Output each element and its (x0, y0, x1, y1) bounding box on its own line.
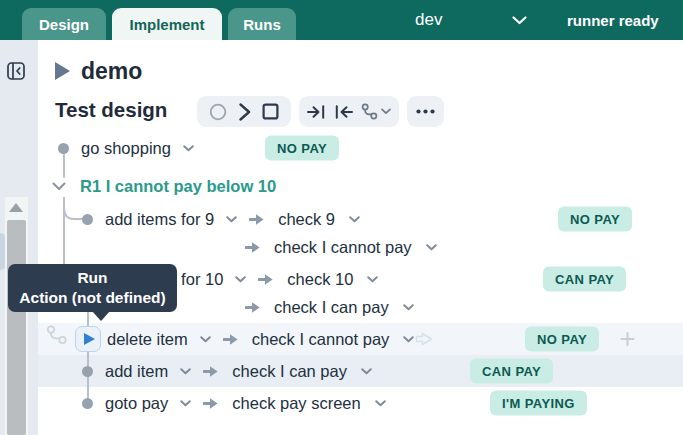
chevron-down-icon[interactable] (200, 336, 211, 343)
arrow-right-icon (223, 333, 239, 346)
tree-row-add-items-9[interactable]: add items for 9 check 9 NO PAY (38, 205, 683, 233)
check-label[interactable]: check 9 (278, 210, 335, 229)
run-to-end-icon[interactable] (307, 104, 326, 120)
step-bullet (58, 143, 69, 154)
test-header: demo (55, 56, 142, 86)
arrow-right-icon (245, 301, 261, 314)
chevron-down-icon[interactable] (183, 145, 194, 152)
tree-row-rule-group[interactable]: R1 I cannot pay below 10 (38, 172, 683, 200)
chevron-down-icon[interactable] (403, 304, 414, 311)
run-to-start-icon[interactable] (334, 104, 353, 120)
run-step-button[interactable] (75, 326, 101, 352)
step-bullet (82, 398, 93, 409)
chevron-down-icon[interactable] (235, 276, 246, 283)
arrow-right-icon (245, 241, 261, 254)
chevron-down-icon[interactable] (375, 400, 386, 407)
toolbar-step-controls (299, 96, 399, 127)
test-title: demo (81, 58, 142, 85)
run-test-icon[interactable] (55, 62, 70, 80)
state-badge[interactable]: CAN PAY (470, 359, 553, 384)
test-design-panel: demo Test design (38, 40, 683, 435)
record-circle-icon[interactable] (209, 103, 227, 121)
left-sidebar (0, 40, 38, 435)
arrow-right-icon (203, 365, 219, 378)
step-bullet (82, 214, 93, 225)
arrow-right-icon (249, 213, 265, 226)
arrow-right-icon (258, 273, 274, 286)
tree-row-goto-pay[interactable]: goto pay check pay screen I'M PAYING (38, 387, 683, 419)
stop-square-icon[interactable] (262, 103, 279, 120)
tab-design[interactable]: Design (22, 8, 106, 40)
chevron-down-icon[interactable] (512, 16, 527, 25)
toolbar-more (407, 96, 444, 127)
collapse-panel-icon[interactable] (7, 62, 25, 80)
chevron-down-icon[interactable] (52, 182, 66, 191)
runner-status: runner ready (567, 0, 659, 40)
chevron-down-icon (381, 108, 391, 115)
tab-implement[interactable]: Implement (112, 8, 222, 40)
check-label[interactable]: check I can pay (274, 298, 389, 317)
chevron-down-icon[interactable] (180, 368, 191, 375)
tooltip: Run Action (not defined) (8, 264, 177, 312)
action-label[interactable]: go shopping (81, 139, 171, 158)
branch-menu[interactable] (361, 103, 391, 120)
more-dots-icon[interactable] (416, 109, 435, 114)
play-icon (84, 333, 95, 345)
scrollbar-thumb[interactable] (7, 220, 26, 435)
step-bullet (82, 366, 93, 377)
environment-selector[interactable]: dev (415, 0, 442, 40)
chevron-down-icon[interactable] (403, 336, 414, 343)
top-bar: Design Implement Runs dev runner ready (0, 0, 683, 40)
action-label[interactable]: delete item (107, 330, 188, 349)
toolbar-run-controls (197, 96, 291, 127)
rule-group-label[interactable]: R1 I cannot pay below 10 (80, 177, 276, 196)
action-label[interactable]: goto pay (105, 394, 168, 413)
scrollbar-track[interactable] (5, 197, 28, 435)
check-label[interactable]: check I can pay (232, 362, 347, 381)
check-label[interactable]: check pay screen (232, 394, 360, 413)
tree-row-delete-item[interactable]: delete item check I cannot pay NO PAY (38, 323, 683, 355)
tooltip-subtitle: Action (not defined) (19, 288, 165, 308)
arrow-right-icon (203, 397, 219, 410)
state-badge[interactable]: CAN PAY (543, 267, 626, 292)
section-title: Test design (55, 98, 167, 122)
scroll-up-arrow-icon[interactable] (9, 203, 23, 212)
tree-row-add-item[interactable]: add item check I can pay CAN PAY (38, 355, 683, 387)
tooltip-title: Run (77, 268, 107, 288)
chevron-down-icon[interactable] (226, 216, 237, 223)
add-step-icon[interactable] (620, 332, 635, 347)
tab-runs[interactable]: Runs (228, 8, 296, 40)
state-badge[interactable]: I'M PAYING (490, 391, 587, 416)
state-badge[interactable]: NO PAY (265, 136, 339, 161)
tree-row-go-shopping[interactable]: go shopping NO PAY (38, 134, 683, 162)
branch-icon (361, 103, 378, 120)
chevron-down-icon[interactable] (180, 400, 191, 407)
play-icon[interactable] (239, 103, 251, 121)
chevron-down-icon[interactable] (349, 216, 360, 223)
chevron-down-icon[interactable] (361, 368, 372, 375)
check-label[interactable]: check I cannot pay (274, 238, 412, 257)
chevron-down-icon[interactable] (367, 276, 378, 283)
tree-row-subcheck[interactable]: check I cannot pay (38, 233, 683, 261)
action-label[interactable]: add items for 9 (105, 210, 214, 229)
action-label[interactable]: add item (105, 362, 168, 381)
chevron-down-icon[interactable] (426, 244, 437, 251)
check-label[interactable]: check I cannot pay (252, 330, 390, 349)
check-label[interactable]: check 10 (287, 270, 353, 289)
arrow-right-outline-icon (415, 332, 434, 347)
state-badge[interactable]: NO PAY (525, 327, 599, 352)
state-badge[interactable]: NO PAY (558, 207, 632, 232)
